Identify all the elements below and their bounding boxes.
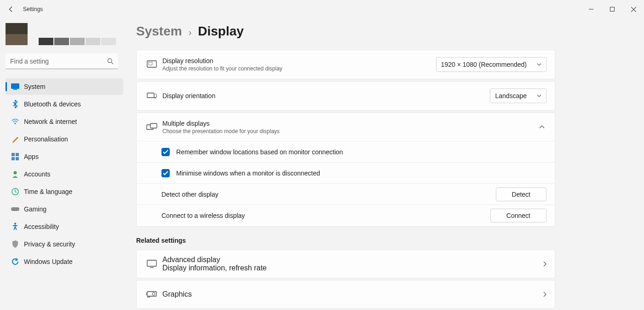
connect-button[interactable]: Connect <box>490 209 546 222</box>
orientation-icon <box>145 92 159 100</box>
sidebar-item-label: Privacy & security <box>24 240 75 248</box>
profile-block[interactable] <box>6 23 123 45</box>
page-title: Display <box>198 24 244 39</box>
sidebar-item-label: Time & language <box>24 188 72 195</box>
sidebar-item-system[interactable]: System <box>6 78 123 95</box>
related-settings-heading: Related settings <box>136 237 633 244</box>
advanced-display-sub: Display information, refresh rate <box>162 264 543 272</box>
privacy-icon <box>11 240 19 248</box>
search-icon <box>107 58 114 64</box>
sidebar-item-label: Windows Update <box>24 258 73 265</box>
multiple-displays-label: Multiple displays <box>162 120 539 127</box>
sidebar-item-network[interactable]: Network & internet <box>6 113 123 130</box>
minimize-button[interactable] <box>581 0 602 18</box>
connect-wireless-row: Connect to a wireless display Connect <box>137 205 555 226</box>
multiple-displays-icon <box>145 123 159 131</box>
advanced-display-label: Advanced display <box>162 256 543 264</box>
svg-rect-12 <box>16 157 19 160</box>
svg-point-4 <box>108 58 112 63</box>
chevron-up-icon <box>539 125 545 129</box>
accessibility-icon <box>11 222 19 231</box>
multiple-displays-sub: Choose the presentation mode for your di… <box>162 128 539 135</box>
svg-rect-21 <box>150 123 157 128</box>
orientation-select[interactable]: Landscape <box>490 88 546 103</box>
system-icon <box>11 82 19 91</box>
orientation-label: Display orientation <box>162 92 490 99</box>
titlebar: Settings <box>0 0 644 18</box>
svg-rect-10 <box>16 153 19 156</box>
sidebar: System Bluetooth & devices Network & int… <box>0 18 129 270</box>
svg-rect-19 <box>147 93 154 98</box>
search-input[interactable] <box>6 53 118 69</box>
breadcrumb-parent[interactable]: System <box>136 24 182 39</box>
remember-windows-row[interactable]: Remember window locations based on monit… <box>137 141 555 163</box>
detect-button[interactable]: Detect <box>496 187 546 201</box>
sidebar-item-label: Accounts <box>24 170 51 178</box>
sidebar-item-bluetooth[interactable]: Bluetooth & devices <box>6 96 123 112</box>
svg-rect-15 <box>11 207 19 211</box>
resolution-select[interactable]: 1920 × 1080 (Recommended) <box>436 57 546 72</box>
svg-rect-9 <box>12 153 15 156</box>
detect-display-label: Detect other display <box>161 191 496 198</box>
setting-card-resolution: Display resolution Adjust the resolution… <box>136 50 555 79</box>
search-box[interactable] <box>6 53 118 69</box>
resolution-icon <box>145 60 159 69</box>
sidebar-item-accessibility[interactable]: Accessibility <box>6 218 123 235</box>
windows-update-icon <box>11 257 19 266</box>
svg-point-25 <box>152 292 155 295</box>
sidebar-item-label: Apps <box>24 153 39 160</box>
resolution-sub: Adjust the resolution to fit your connec… <box>162 65 436 72</box>
personalisation-icon <box>11 135 19 143</box>
sidebar-item-label: Network & internet <box>24 118 77 125</box>
graphics-label: Graphics <box>162 290 543 298</box>
sidebar-item-label: System <box>24 83 46 90</box>
bluetooth-icon <box>11 100 19 108</box>
window-controls <box>581 0 644 18</box>
time-language-icon <box>11 187 19 196</box>
svg-rect-18 <box>149 62 152 65</box>
maximize-button[interactable] <box>602 0 623 18</box>
setting-card-orientation: Display orientation Landscape <box>136 81 555 111</box>
sidebar-item-personalisation[interactable]: Personalisation <box>6 131 123 147</box>
chevron-right-icon: › <box>189 27 192 38</box>
sidebar-item-accounts[interactable]: Accounts <box>6 166 123 182</box>
sidebar-item-label: Gaming <box>24 205 46 213</box>
checkbox-checked[interactable] <box>161 169 170 177</box>
graphics-card[interactable]: Graphics <box>136 280 555 309</box>
checkbox-checked[interactable] <box>161 148 170 156</box>
chevron-right-icon <box>543 261 546 267</box>
remember-windows-label: Remember window locations based on monit… <box>176 148 546 156</box>
svg-rect-7 <box>13 89 17 90</box>
sidebar-item-apps[interactable]: Apps <box>6 148 123 165</box>
sidebar-item-time-language[interactable]: Time & language <box>6 183 123 200</box>
svg-line-5 <box>111 62 113 64</box>
svg-point-13 <box>14 171 17 175</box>
resolution-value: 1920 × 1080 (Recommended) <box>441 61 527 68</box>
resolution-label: Display resolution <box>162 57 436 64</box>
sidebar-item-label: Accessibility <box>24 223 59 230</box>
svg-rect-6 <box>12 84 19 89</box>
profile-name-redacted <box>39 38 116 45</box>
chevron-down-icon <box>537 94 541 97</box>
connect-wireless-label: Connect to a wireless display <box>161 212 490 219</box>
back-button[interactable] <box>7 6 15 13</box>
close-button[interactable] <box>623 0 644 18</box>
sidebar-item-gaming[interactable]: Gaming <box>6 201 123 217</box>
sidebar-item-windows-update[interactable]: Windows Update <box>6 253 123 270</box>
multiple-displays-expander[interactable]: Multiple displays Choose the presentatio… <box>137 113 555 141</box>
graphics-icon <box>145 291 159 298</box>
advanced-display-card[interactable]: Advanced display Display information, re… <box>136 250 555 278</box>
svg-rect-22 <box>147 260 156 266</box>
minimise-windows-label: Minimise windows when a monitor is disco… <box>176 170 546 177</box>
svg-rect-11 <box>12 157 15 160</box>
minimise-windows-row[interactable]: Minimise windows when a monitor is disco… <box>137 163 555 184</box>
sidebar-item-label: Bluetooth & devices <box>24 100 81 108</box>
svg-point-16 <box>14 223 16 225</box>
sidebar-item-label: Personalisation <box>24 135 68 143</box>
sidebar-item-privacy[interactable]: Privacy & security <box>6 236 123 252</box>
main-content: System › Display Display resolution Adju… <box>136 18 644 310</box>
window-title: Settings <box>23 6 43 12</box>
nav-list: System Bluetooth & devices Network & int… <box>6 78 123 270</box>
avatar <box>6 23 28 45</box>
detect-display-row: Detect other display Detect <box>137 184 555 205</box>
